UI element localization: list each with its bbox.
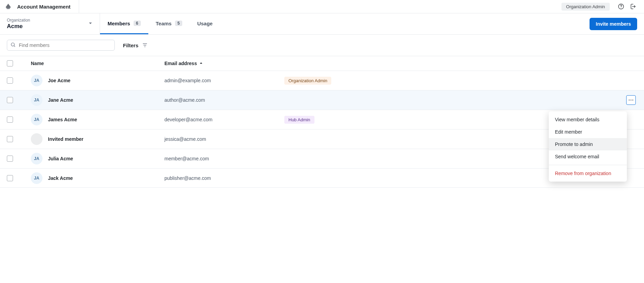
member-name: James Acme xyxy=(48,117,77,122)
table-row[interactable]: JA James Acme developer@acme.com Hub Adm… xyxy=(0,110,644,129)
column-email-label: Email address xyxy=(164,61,197,66)
member-name: Julia Acme xyxy=(48,156,73,161)
member-name: Jane Acme xyxy=(48,97,73,103)
invite-members-button[interactable]: Invite members xyxy=(590,18,637,30)
sort-asc-icon xyxy=(199,61,203,66)
app-title: Account Management xyxy=(17,4,71,10)
filters-label: Filters xyxy=(123,42,138,48)
avatar: JA xyxy=(31,94,42,106)
role-badge: Hub Admin xyxy=(284,116,314,124)
sub-header: Organization Acme Members 6 Teams 5 Usag… xyxy=(0,13,644,35)
table-row[interactable]: JA Julia Acme member@acme.com xyxy=(0,149,644,168)
brand-area: Account Management xyxy=(0,0,79,13)
user-role-pill: Organization Admin xyxy=(561,3,610,11)
table-row[interactable]: Invited member jessica@acme.com xyxy=(0,129,644,149)
avatar: JA xyxy=(31,172,42,184)
caret-down-icon xyxy=(88,21,93,27)
menu-view-member[interactable]: View member details xyxy=(549,113,627,126)
member-email: author@acme.com xyxy=(164,97,284,103)
organization-name: Acme xyxy=(7,23,30,30)
select-all-checkbox[interactable] xyxy=(7,60,13,66)
organization-selector[interactable]: Organization Acme xyxy=(0,13,100,34)
member-name: Jack Acme xyxy=(48,175,73,181)
column-name[interactable]: Name xyxy=(27,61,164,66)
filter-icon xyxy=(142,42,148,48)
row-checkbox[interactable] xyxy=(7,175,13,181)
filter-bar: Filters xyxy=(0,35,644,56)
tab-usage[interactable]: Usage xyxy=(190,13,220,34)
row-actions-button[interactable] xyxy=(626,95,636,105)
member-email: jessica@acme.com xyxy=(164,136,284,142)
logout-icon[interactable] xyxy=(627,1,639,12)
row-checkbox[interactable] xyxy=(7,156,13,162)
tab-usage-label: Usage xyxy=(197,21,213,26)
avatar xyxy=(31,133,42,145)
svg-point-2 xyxy=(11,43,14,46)
help-icon[interactable] xyxy=(615,1,627,12)
avatar: JA xyxy=(31,153,42,164)
role-badge: Organization Admin xyxy=(284,77,331,85)
row-checkbox[interactable] xyxy=(7,97,13,103)
member-name: Joe Acme xyxy=(48,78,71,83)
member-name: Invited member xyxy=(48,136,83,142)
table-row[interactable]: JA Joe Acme admin@example.com Organizati… xyxy=(0,71,644,90)
row-checkbox[interactable] xyxy=(7,77,13,84)
table-header: Name Email address xyxy=(0,56,644,71)
more-horizontal-icon xyxy=(628,97,634,103)
member-email: admin@example.com xyxy=(164,78,284,83)
row-context-menu: View member details Edit member Promote … xyxy=(549,111,627,182)
member-email: developer@acme.com xyxy=(164,117,284,122)
menu-remove-member[interactable]: Remove from organization xyxy=(549,167,627,180)
member-email: publisher@acme.com xyxy=(164,175,284,181)
search-wrap xyxy=(7,40,115,51)
search-icon xyxy=(10,42,16,49)
members-table: Name Email address JA Joe Acme admin@exa… xyxy=(0,56,644,188)
row-checkbox[interactable] xyxy=(7,116,13,123)
column-email[interactable]: Email address xyxy=(164,61,284,66)
menu-divider xyxy=(549,165,627,165)
tabs: Members 6 Teams 5 Usage xyxy=(100,13,220,34)
filters-button[interactable]: Filters xyxy=(123,42,148,48)
tab-teams[interactable]: Teams 5 xyxy=(148,13,190,34)
tab-members[interactable]: Members 6 xyxy=(100,13,148,34)
row-checkbox[interactable] xyxy=(7,136,13,142)
svg-point-3 xyxy=(629,100,630,101)
svg-point-1 xyxy=(621,8,621,8)
search-input[interactable] xyxy=(7,40,115,51)
brand-logo-icon xyxy=(4,2,12,11)
tab-members-label: Members xyxy=(108,21,130,26)
menu-promote-admin[interactable]: Promote to admin xyxy=(549,138,627,150)
member-email: member@acme.com xyxy=(164,156,284,161)
svg-point-4 xyxy=(631,100,632,101)
tab-teams-count: 5 xyxy=(175,21,182,26)
tab-members-count: 6 xyxy=(134,21,141,26)
top-header: Account Management Organization Admin xyxy=(0,0,644,13)
avatar: JA xyxy=(31,114,42,125)
table-row[interactable]: JA Jack Acme publisher@acme.com xyxy=(0,168,644,188)
tab-teams-label: Teams xyxy=(156,21,172,26)
table-row[interactable]: JA Jane Acme author@acme.com xyxy=(0,90,644,110)
svg-point-5 xyxy=(632,100,633,101)
avatar: JA xyxy=(31,75,42,86)
organization-label: Organization xyxy=(7,18,30,23)
menu-edit-member[interactable]: Edit member xyxy=(549,126,627,138)
menu-send-welcome[interactable]: Send welcome email xyxy=(549,150,627,163)
